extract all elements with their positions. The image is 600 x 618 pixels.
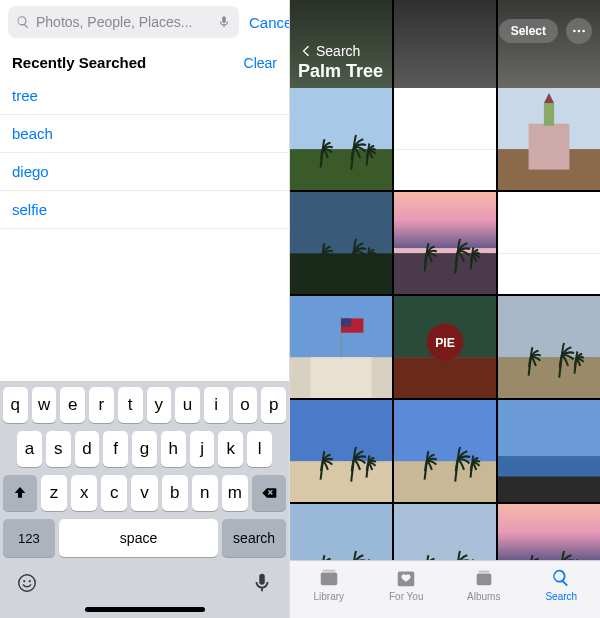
key-z[interactable]: z: [41, 475, 67, 511]
tab-search[interactable]: Search: [529, 567, 593, 602]
svg-point-5: [582, 30, 585, 33]
photo-thumb[interactable]: [290, 504, 392, 560]
key-t[interactable]: t: [118, 387, 143, 423]
tab-albums[interactable]: Albums: [452, 567, 516, 602]
photo-thumb[interactable]: [498, 400, 600, 502]
recent-title: Recently Searched: [12, 54, 146, 71]
key-o[interactable]: o: [233, 387, 258, 423]
key-a[interactable]: a: [17, 431, 42, 467]
key-p[interactable]: p: [261, 387, 286, 423]
dictation-key[interactable]: [248, 569, 276, 597]
dictation-icon[interactable]: [217, 15, 231, 29]
recent-item[interactable]: beach: [0, 115, 289, 153]
photo-thumb[interactable]: [498, 296, 600, 398]
svg-rect-16: [544, 103, 554, 125]
photo-thumb[interactable]: [498, 88, 600, 190]
tab-for-you[interactable]: For You: [374, 567, 438, 602]
ellipsis-icon: [572, 29, 586, 33]
select-button[interactable]: Select: [499, 19, 558, 43]
key-g[interactable]: g: [132, 431, 157, 467]
photo-thumb[interactable]: [498, 504, 600, 560]
photo-thumb[interactable]: PIE: [394, 296, 496, 398]
tab-label: Library: [313, 591, 344, 602]
key-x[interactable]: x: [71, 475, 97, 511]
search-screen: Cancel Recently Searched Clear tree beac…: [0, 0, 290, 618]
photo-thumb[interactable]: [394, 192, 496, 294]
recent-item[interactable]: diego: [0, 153, 289, 191]
key-r[interactable]: r: [89, 387, 114, 423]
key-k[interactable]: k: [218, 431, 243, 467]
svg-rect-33: [310, 357, 371, 398]
svg-rect-29: [498, 192, 600, 253]
home-indicator[interactable]: [85, 607, 205, 612]
svg-rect-65: [394, 504, 496, 560]
key-h[interactable]: h: [161, 431, 186, 467]
search-tab-icon: [549, 567, 573, 589]
recent-header: Recently Searched Clear: [0, 44, 289, 77]
key-b[interactable]: b: [162, 475, 188, 511]
svg-rect-78: [322, 570, 335, 572]
svg-rect-41: [498, 296, 600, 357]
search-icon: [16, 15, 30, 29]
tab-library[interactable]: Library: [297, 567, 361, 602]
key-w[interactable]: w: [32, 387, 57, 423]
photo-thumb[interactable]: [290, 192, 392, 294]
svg-rect-52: [394, 461, 496, 502]
svg-rect-51: [394, 400, 496, 461]
chevron-left-icon: [298, 43, 314, 59]
svg-rect-80: [476, 573, 491, 585]
svg-rect-56: [498, 400, 600, 461]
results-title: Palm Tree: [298, 61, 592, 82]
keyboard: qwertyuiop asdfghjkl zxcvbnm 123 space s…: [0, 381, 289, 618]
recent-item[interactable]: tree: [0, 77, 289, 115]
tab-label: Search: [545, 591, 577, 602]
tab-label: Albums: [467, 591, 500, 602]
more-button[interactable]: [566, 18, 592, 44]
photo-thumb[interactable]: [394, 504, 496, 560]
shift-key[interactable]: [3, 475, 37, 511]
svg-point-0: [19, 575, 36, 592]
key-n[interactable]: n: [192, 475, 218, 511]
svg-rect-38: [394, 357, 496, 398]
key-y[interactable]: y: [147, 387, 172, 423]
svg-rect-11: [394, 88, 496, 149]
key-s[interactable]: s: [46, 431, 71, 467]
key-f[interactable]: f: [103, 431, 128, 467]
svg-rect-77: [321, 573, 338, 586]
albums-icon: [472, 567, 496, 589]
key-i[interactable]: i: [204, 387, 229, 423]
key-e[interactable]: e: [60, 387, 85, 423]
search-input[interactable]: [36, 14, 211, 30]
photo-thumb[interactable]: [290, 88, 392, 190]
back-button[interactable]: Search: [298, 43, 592, 59]
svg-rect-12: [394, 149, 496, 190]
backspace-key[interactable]: [252, 475, 286, 511]
numbers-key[interactable]: 123: [3, 519, 55, 557]
cancel-button[interactable]: Cancel: [247, 10, 290, 35]
svg-point-1: [23, 580, 25, 582]
clear-button[interactable]: Clear: [244, 55, 277, 71]
photo-thumb[interactable]: [290, 400, 392, 502]
key-j[interactable]: j: [190, 431, 215, 467]
photo-thumb[interactable]: [290, 296, 392, 398]
emoji-key[interactable]: [13, 569, 41, 597]
key-l[interactable]: l: [247, 431, 272, 467]
key-m[interactable]: m: [222, 475, 248, 511]
svg-rect-42: [498, 357, 600, 398]
photo-thumb[interactable]: [498, 192, 600, 294]
photo-thumb[interactable]: [394, 400, 496, 502]
key-d[interactable]: d: [75, 431, 100, 467]
key-q[interactable]: q: [3, 387, 28, 423]
svg-rect-47: [290, 461, 392, 502]
key-u[interactable]: u: [175, 387, 200, 423]
search-key[interactable]: search: [222, 519, 286, 557]
key-v[interactable]: v: [131, 475, 157, 511]
svg-rect-24: [394, 253, 496, 294]
space-key[interactable]: space: [59, 519, 218, 557]
photo-thumb[interactable]: [394, 88, 496, 190]
results-header: Search Palm Tree Select: [290, 0, 600, 88]
svg-rect-7: [290, 149, 392, 190]
key-c[interactable]: c: [101, 475, 127, 511]
recent-item[interactable]: selfie: [0, 191, 289, 229]
search-field[interactable]: [8, 6, 239, 38]
